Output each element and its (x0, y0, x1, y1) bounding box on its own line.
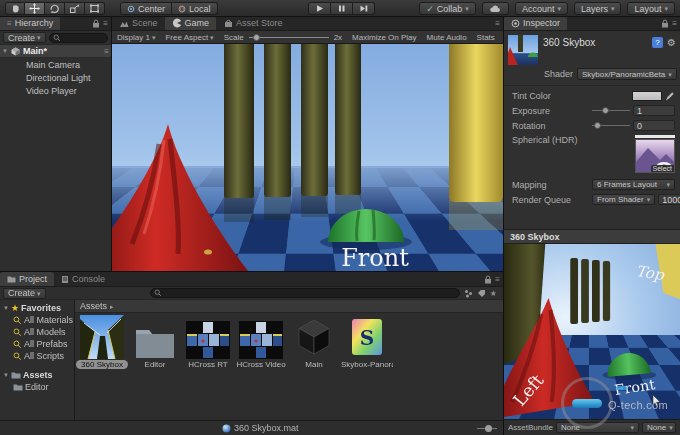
stats-button[interactable]: Stats (472, 31, 500, 44)
lock-icon[interactable] (661, 19, 669, 28)
favorite-all-models[interactable]: All Models (0, 326, 74, 338)
asset-skybox-panoramic-shader[interactable]: S Skybox-Panoram... (341, 315, 393, 369)
exposure-value-field[interactable]: 1 (633, 105, 675, 116)
favorite-all-scripts[interactable]: All Scripts (0, 350, 74, 362)
render-queue-value-field[interactable]: 1000 (658, 194, 680, 205)
tab-project[interactable]: Project (0, 272, 54, 286)
render-queue-label: Render Queue (512, 195, 592, 205)
favorite-all-prefabs[interactable]: All Prefabs (0, 338, 74, 350)
hierarchy-search-input[interactable] (49, 33, 108, 43)
game-render-area[interactable]: Front (112, 44, 503, 271)
help-icon[interactable]: ? (652, 37, 663, 48)
material-preview-area[interactable]: Top Left Front (504, 244, 680, 419)
chevron-down-icon: ▾ (465, 5, 469, 12)
hierarchy-item-main-camera[interactable]: Main Camera (0, 58, 111, 71)
asset-360-skybox[interactable]: 360 Skybox (76, 315, 128, 369)
step-button[interactable] (353, 2, 375, 15)
exposure-slider[interactable] (592, 105, 630, 116)
hierarchy-item-video-player[interactable]: Video Player (0, 84, 111, 97)
search-by-type-icon[interactable] (464, 289, 473, 298)
tint-color-swatch[interactable] (632, 91, 662, 101)
chevron-down-icon: ▾ (210, 34, 214, 41)
favorites-group[interactable]: ▼★Favorites (0, 302, 74, 314)
play-button[interactable] (308, 2, 331, 15)
chevron-down-icon: ▾ (664, 5, 668, 12)
panel-menu-icon[interactable]: ≡ (672, 19, 677, 28)
asset-main-scene[interactable]: Main (288, 315, 340, 369)
scene-header-main[interactable]: ▼ Main* ≡ (0, 45, 111, 58)
tab-console[interactable]: Console (54, 272, 112, 286)
olive-pillar (224, 44, 254, 198)
scale-tool-button[interactable] (65, 2, 85, 15)
tab-scene[interactable]: Scene (112, 16, 165, 30)
preview-header[interactable]: 360 Skybox (504, 229, 680, 244)
scale-slider[interactable] (249, 37, 329, 38)
hierarchy-item-directional-light[interactable]: Directional Light (0, 71, 111, 84)
gear-icon[interactable]: ⚙ (667, 37, 676, 48)
account-button[interactable]: Account▾ (515, 2, 568, 15)
assetbundle-variant-dropdown[interactable]: None▾ (642, 422, 676, 433)
panel-menu-icon[interactable]: ≡ (495, 19, 500, 28)
rotation-value-field[interactable]: 0 (633, 120, 675, 131)
tree-folder-editor[interactable]: Editor (0, 381, 74, 393)
collab-button[interactable]: ✓Collab▾ (419, 2, 476, 15)
favorite-search-icon[interactable]: ★ (490, 289, 497, 298)
rotation-slider[interactable] (592, 120, 630, 131)
shader-dropdown[interactable]: Skybox/PanoramicBeta▾ (577, 68, 677, 80)
assets-label: Assets (23, 370, 53, 380)
thumbnail-size-slider[interactable] (477, 428, 497, 429)
mute-audio-button[interactable]: Mute Audio (422, 31, 472, 44)
rotate-tool-button[interactable] (45, 2, 65, 15)
eyedropper-icon[interactable] (665, 91, 675, 101)
svg-text:S: S (360, 326, 374, 350)
layers-button[interactable]: Layers▾ (574, 2, 622, 15)
lock-icon[interactable] (92, 19, 100, 28)
render-queue-dropdown[interactable]: From Shader▾ (592, 194, 655, 205)
move-tool-button[interactable] (25, 2, 45, 15)
spherical-texture-thumbnail[interactable]: Select (635, 139, 675, 173)
tab-inspector[interactable]: Inspector (504, 16, 567, 30)
mapping-dropdown[interactable]: 6 Frames Layout▾ (592, 179, 675, 190)
maximize-on-play-button[interactable]: Maximize On Play (347, 31, 421, 44)
spherical-texture-field[interactable]: Select (635, 135, 675, 173)
layout-button[interactable]: Layout▾ (627, 2, 675, 15)
search-by-label-icon[interactable] (477, 289, 486, 298)
hand-tool-button[interactable] (5, 2, 25, 15)
item-label: Main Camera (26, 60, 80, 70)
project-create-button[interactable]: Create▾ (3, 288, 46, 299)
breadcrumb[interactable]: Assets▸ (75, 300, 503, 313)
tab-asset-store[interactable]: Asset Store (216, 16, 290, 30)
scale-slider-knob[interactable] (253, 34, 260, 41)
asset-editor-folder[interactable]: Editor (129, 315, 181, 369)
inspector-panel: Inspector ≡ 360 Skybox ? ⚙ Shader Skybox… (503, 17, 680, 435)
lock-icon[interactable] (484, 275, 492, 284)
space-local-button[interactable]: Local (172, 2, 218, 15)
exposure-row: Exposure 1 (504, 103, 680, 118)
exposure-slider-knob[interactable] (602, 107, 609, 114)
tab-hierarchy[interactable]: ≡Hierarchy (0, 16, 60, 30)
chevron-down-icon: ▾ (152, 34, 156, 41)
panel-menu-icon[interactable]: ≡ (495, 275, 500, 284)
project-search-input[interactable] (150, 288, 460, 298)
panel-menu-icon[interactable]: ≡ (103, 19, 108, 28)
rect-tool-button[interactable] (85, 2, 105, 15)
rotation-slider-knob[interactable] (594, 122, 601, 129)
asset-hcross-video[interactable]: HCross Video (235, 315, 287, 369)
assets-root-folder[interactable]: ▼Assets (0, 369, 74, 381)
pivot-center-button[interactable]: Center (120, 2, 172, 15)
pause-button[interactable] (331, 2, 353, 15)
assetbundle-dropdown[interactable]: None▾ (556, 422, 639, 433)
favorite-all-materials[interactable]: All Materials (0, 314, 74, 326)
hierarchy-create-button[interactable]: Create▾ (3, 32, 46, 43)
asset-hcross-rt[interactable]: HCross RT (182, 315, 234, 369)
rect-icon (89, 3, 100, 14)
scene-menu-icon[interactable]: ≡ (104, 47, 109, 56)
select-texture-button[interactable]: Select (651, 165, 674, 172)
mute-label: Mute Audio (427, 33, 467, 42)
cloud-button[interactable] (482, 2, 509, 15)
aspect-dropdown[interactable]: Free Aspect▾ (160, 31, 218, 44)
display-dropdown[interactable]: Display 1▾ (112, 31, 160, 44)
preview-thin-pillar (603, 261, 610, 321)
tab-game[interactable]: Game (165, 16, 217, 30)
thumbnail-slider-knob[interactable] (485, 425, 492, 432)
